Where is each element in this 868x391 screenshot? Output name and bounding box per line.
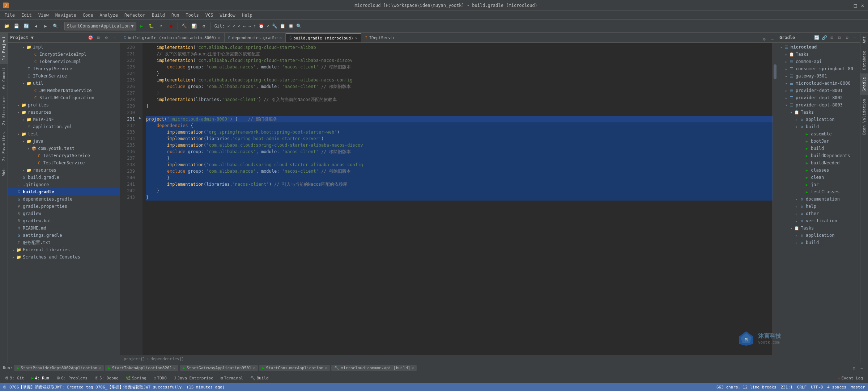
structure-tab[interactable]: Z: Structure <box>0 93 8 129</box>
tree-arrow-com.yootk.test[interactable]: ▾ <box>26 146 31 151</box>
run-tab-StartTokenApplication8201[interactable]: ▶ StartTokenApplication8201 ✕ <box>105 365 178 371</box>
breadcrumb-project[interactable]: project{} <box>124 357 145 361</box>
tool-tab-debug[interactable]: ⑤ 5: Debug <box>92 375 122 381</box>
tool-tab-java-enterprise[interactable]: J Java Enterprise <box>171 375 216 381</box>
tree-arrow-test[interactable]: ▾ <box>16 131 21 136</box>
menu-vcs[interactable]: VCS <box>203 12 216 18</box>
run-tab-StartProviderDept8002Application[interactable]: ▶ StartProviderDept8002Application ✕ <box>14 365 104 371</box>
gradle-arrow-Tasks2[interactable]: ▾ <box>789 110 794 115</box>
tree-arrow-util[interactable]: ▾ <box>21 81 26 86</box>
menu-code[interactable]: Code <box>80 12 96 18</box>
gradle-item-common-api[interactable]: ▸ ☰ common-api <box>777 58 860 65</box>
tree-item-com.yootk.test[interactable]: ▾ 📦 com.yootk.test <box>8 145 120 152</box>
minimize-button[interactable]: — <box>846 3 851 8</box>
gradle-item-build3[interactable]: ▸ ⚙ build <box>777 239 860 246</box>
settings-gradle-icon[interactable]: ⚙ <box>844 34 850 41</box>
tool-tab-build[interactable]: 🔨 Build <box>247 375 271 381</box>
tree-item-ExternalLibraries[interactable]: ▸ 📁 External Libraries <box>8 246 120 253</box>
commit-tab[interactable]: 0: Commit <box>0 64 8 93</box>
gradle-item-springboot[interactable]: ▾ 📋 Tasks <box>777 224 860 232</box>
encoding-status[interactable]: UTF-8 <box>811 385 823 390</box>
gradle-item-provider-dept-8003[interactable]: ▾ ☰ provider-dept-8003 <box>777 101 860 109</box>
gradle-arrow-common-api[interactable]: ▸ <box>784 59 789 64</box>
menu-edit[interactable]: Edit <box>18 12 35 18</box>
gradle-item-build2[interactable]: ▶ build <box>777 145 860 152</box>
sync-button[interactable]: 🔄 <box>22 22 30 30</box>
gradle-item-Tasks2[interactable]: ▾ 📋 Tasks <box>777 109 860 116</box>
gradle-arrow-documentation[interactable]: ▸ <box>794 197 799 202</box>
tree-item-dependencies.gradle[interactable]: G dependencies.gradle <box>8 196 120 203</box>
back-button[interactable]: ◀ <box>31 22 40 30</box>
run-tab-close-5[interactable]: ✕ <box>412 366 414 370</box>
link-gradle-icon[interactable]: 🔗 <box>821 34 827 41</box>
gradle-arrow-other[interactable]: ▸ <box>794 211 799 216</box>
gradle-item-microcloud[interactable]: ▾ ☰ microcloud <box>777 43 860 51</box>
tool-tab-git[interactable]: ⑨ 9: Git <box>2 375 27 381</box>
menu-analyze[interactable]: Analyze <box>97 12 121 18</box>
gradle-arrow-application2[interactable]: ▸ <box>794 233 799 238</box>
tree-item-build.gradle[interactable]: G build.gradle <box>8 188 120 196</box>
menu-view[interactable]: View <box>35 12 52 18</box>
gradle-arrow-provider3[interactable]: ▾ <box>784 102 789 108</box>
stop-button[interactable]: ⏹ <box>167 22 175 30</box>
gradle-item-consumer-springboot-80[interactable]: ▸ ☰ consumer-springboot-80 <box>777 65 860 72</box>
tree-item-JWTMemberDataService[interactable]: C JWTMemberDataService <box>8 87 120 94</box>
tab-build-gradle-microcloud[interactable]: G build.gradle (microcloud) ✕ <box>286 33 361 42</box>
close-button[interactable]: ✕ <box>860 3 865 8</box>
tree-item-test[interactable]: ▾ 📁 test <box>8 130 120 138</box>
gradle-item-buildNeeded[interactable]: ▶ buildNeeded <box>777 159 860 167</box>
run-tab-common-api-build[interactable]: 🔨 microcloud:common-api [build] ✕ <box>331 365 417 371</box>
gradle-item-classes[interactable]: ▶ classes <box>777 167 860 174</box>
breadcrumb-dependencies[interactable]: dependencies{} <box>150 357 184 361</box>
web-tab[interactable]: Web <box>0 165 8 179</box>
menu-tools[interactable]: Tools <box>183 12 202 18</box>
run-config-dropdown[interactable]: StartConsumerApplication ▼ <box>64 22 136 30</box>
tree-item-resources2[interactable]: ▸ 📁 resources <box>8 167 120 174</box>
tree-item-ScratchesAndConsoles[interactable]: ▸ 📁 Scratches and Consoles <box>8 253 120 261</box>
save-button[interactable]: 💾 <box>12 22 21 30</box>
gradle-arrow-gateway[interactable]: ▸ <box>784 73 789 79</box>
gradle-item-gateway-9501[interactable]: ▸ ☰ gateway-9501 <box>777 72 860 80</box>
bean-validation-tab[interactable]: Bean Validation <box>860 95 868 138</box>
run-tab-close-4[interactable]: ✕ <box>325 366 327 370</box>
tree-arrow-META-INF[interactable]: ▸ <box>21 117 26 122</box>
expand-all-icon[interactable]: ⊞ <box>95 34 102 41</box>
gradle-arrow-application[interactable]: ▸ <box>794 117 799 122</box>
gradle-tab[interactable]: Gradle <box>860 73 868 95</box>
minimize-gradle-icon[interactable]: — <box>851 34 858 41</box>
tree-item-.gitignore[interactable]: . .gitignore <box>8 181 120 188</box>
editor-close-icon[interactable]: — <box>769 36 775 42</box>
run-tab-close-1[interactable]: ✕ <box>99 366 101 370</box>
favorites-tab[interactable]: 2: Favorites <box>0 129 8 164</box>
gradle-item-microcloud-admin-8000[interactable]: ▾ ☰ microcloud-admin-8000 <box>777 80 860 87</box>
tree-arrow-ScratchesAndConsoles[interactable]: ▸ <box>11 255 16 260</box>
minimize-panel-icon[interactable]: — <box>111 34 118 41</box>
tree-arrow-resources2[interactable]: ▸ <box>21 168 26 173</box>
find-button[interactable]: 🔍 <box>51 22 60 30</box>
run-bar-minimize-icon[interactable]: — <box>859 365 865 371</box>
branch-status[interactable]: master <box>851 385 865 390</box>
tree-item-java[interactable]: ▾ 📁 java <box>8 138 120 145</box>
gradle-arrow-help[interactable]: ▸ <box>794 204 799 209</box>
gradle-arrow-Tasks[interactable]: ▸ <box>784 52 789 57</box>
menu-build[interactable]: Build <box>149 12 168 18</box>
tree-item-README.md[interactable]: M README.md <box>8 224 120 232</box>
menu-run[interactable]: Run <box>169 12 182 18</box>
tree-arrow-java[interactable]: ▾ <box>21 139 26 144</box>
debug-button[interactable]: 🐛 <box>147 22 156 30</box>
maximize-button[interactable]: □ <box>853 3 858 8</box>
line-breaks-status[interactable]: CRLF <box>797 385 807 390</box>
tree-item-gradlew[interactable]: S gradlew <box>8 210 120 217</box>
gradle-arrow-consumer[interactable]: ▸ <box>784 66 789 71</box>
tree-item-impl[interactable]: ▾ 📁 impl <box>8 43 120 51</box>
tool-tab-run[interactable]: ▶ 4: Run <box>29 375 52 381</box>
tree-item-profiles[interactable]: ▸ 📁 profiles <box>8 101 120 109</box>
gradle-item-other[interactable]: ▸ ⚙ other <box>777 210 860 217</box>
menu-file[interactable]: File <box>1 12 18 18</box>
gradle-arrow-provider1[interactable]: ▸ <box>784 88 789 93</box>
gradle-item-application2[interactable]: ▸ ⚙ application <box>777 232 860 239</box>
build-project-button[interactable]: 🔨 <box>180 22 189 30</box>
cursor-position-status[interactable]: 231:1 <box>781 385 793 390</box>
gradle-item-build-group[interactable]: ▾ ⚙ build <box>777 123 860 130</box>
gradle-item-jar[interactable]: ▶ jar <box>777 181 860 188</box>
